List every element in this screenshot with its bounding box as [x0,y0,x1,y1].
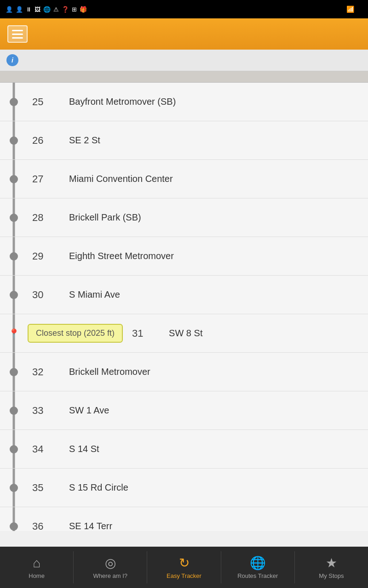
stop-number: 26 [28,135,64,147]
menu-line-3 [12,37,23,39]
stop-item[interactable]: 📍Closest stop (2025 ft)31SW 8 St [0,314,368,353]
location-icon: ◎ [105,555,116,571]
nav-item-my-stops[interactable]: ★My Stops [295,547,368,588]
nav-item-where-am-i[interactable]: ◎Where am I? [74,547,147,588]
stop-line-col [0,276,28,314]
stop-number: 36 [28,520,64,531]
route-header [0,71,368,83]
stop-item[interactable]: 33SW 1 Ave [0,391,368,430]
nav-item-routes-tracker[interactable]: 🌐Routes Tracker [221,547,294,588]
menu-button[interactable] [7,25,28,43]
stop-item[interactable]: 35S 15 Rd Circle [0,469,368,507]
stops-list[interactable]: 25Bayfront Metromover (SB)26SE 2 St27Mia… [0,83,368,531]
stop-item[interactable]: 29Eighth Street Metromover [0,237,368,276]
stop-item[interactable]: 30S Miami Ave [0,276,368,314]
stop-name: Brickell Park (SB) [64,212,368,223]
nav-label-home: Home [29,572,45,579]
info-icon: i [6,54,18,66]
stop-name: Brickell Metromover [64,367,368,377]
stop-line-col [0,353,28,391]
stop-number: 33 [28,405,64,417]
menu-line-2 [12,34,23,35]
stop-number: 25 [28,96,64,108]
stop-line-col [0,507,28,531]
stop-item[interactable]: 32Brickell Metromover [0,353,368,391]
nav-label-my-stops: My Stops [319,572,344,579]
stop-name: S 15 Rd Circle [64,482,368,493]
stop-dot [10,175,18,183]
stop-item[interactable]: 25Bayfront Metromover (SB) [0,83,368,121]
stop-dot [10,522,18,531]
stop-name: Eighth Street Metromover [64,251,368,261]
stop-dot [10,407,18,415]
stop-line-col [0,83,28,121]
stop-number: 27 [28,173,64,185]
nav-label-where-am-i: Where am I? [93,572,127,579]
stop-line-col [0,121,28,159]
stop-number: 35 [28,482,64,494]
stop-line-col [0,469,28,507]
stop-line-col [0,160,28,198]
closest-stop-badge: Closest stop (2025 ft) [28,324,123,343]
menu-line-1 [12,30,23,31]
stop-line-col [0,198,28,237]
stop-item[interactable]: 34S 14 St [0,430,368,469]
map-icon: 🌐 [250,555,266,571]
info-bar: i [0,50,368,71]
status-bar: 👤 👤 ⏸ 🖼 🌐 ⚠ ❓ ⊞ 🎁 📶 [0,0,368,18]
stop-number: 34 [28,443,64,455]
stop-dot [10,136,18,145]
stop-item[interactable]: 27Miami Convention Center [0,160,368,198]
stop-number: 32 [28,366,64,378]
wifi-icon: 📶 [346,6,354,13]
stop-name: SW 1 Ave [64,405,368,416]
app-header [0,18,368,50]
stop-name: S Miami Ave [64,289,368,300]
stop-name: SE 14 Terr [64,521,368,531]
stop-item[interactable]: 28Brickell Park (SB) [0,198,368,237]
nav-label-routes-tracker: Routes Tracker [237,572,278,579]
bottom-nav: ⌂Home◎Where am I?↻Easy Tracker🌐Routes Tr… [0,547,368,588]
stop-name: SW 8 St [164,328,368,339]
stop-name: Miami Convention Center [64,174,368,184]
home-icon: ⌂ [33,556,40,571]
stop-number: 29 [28,250,64,262]
stop-number: 30 [28,289,64,301]
stop-dot [10,484,18,492]
nav-item-home[interactable]: ⌂Home [0,547,73,588]
stop-dot [10,214,18,222]
nav-item-easy-tracker[interactable]: ↻Easy Tracker [147,547,220,588]
stop-dot [10,98,18,106]
star-icon: ★ [326,555,337,571]
stop-item[interactable]: 36SE 14 Terr [0,507,368,531]
stop-name: Bayfront Metromover (SB) [64,96,368,107]
stop-dot [10,368,18,376]
stop-dot [10,252,18,260]
status-icons-left: 👤 👤 ⏸ 🖼 🌐 ⚠ ❓ ⊞ 🎁 [6,6,87,13]
stop-number: 31 [127,328,164,339]
stop-line-col: 📍 [0,314,28,352]
nav-label-easy-tracker: Easy Tracker [167,572,201,579]
stop-dot [10,291,18,299]
stop-line-col [0,237,28,275]
stop-number: 28 [28,212,64,224]
refresh-icon: ↻ [179,555,190,571]
stop-item[interactable]: 26SE 2 St [0,121,368,160]
stop-line-col [0,430,28,468]
status-info-right: 📶 [346,6,362,13]
stop-name: S 14 St [64,444,368,454]
stop-line-col [0,391,28,430]
vehicle-icon: 📍 [8,328,20,339]
stop-name: SE 2 St [64,135,368,146]
stop-dot [10,445,18,453]
